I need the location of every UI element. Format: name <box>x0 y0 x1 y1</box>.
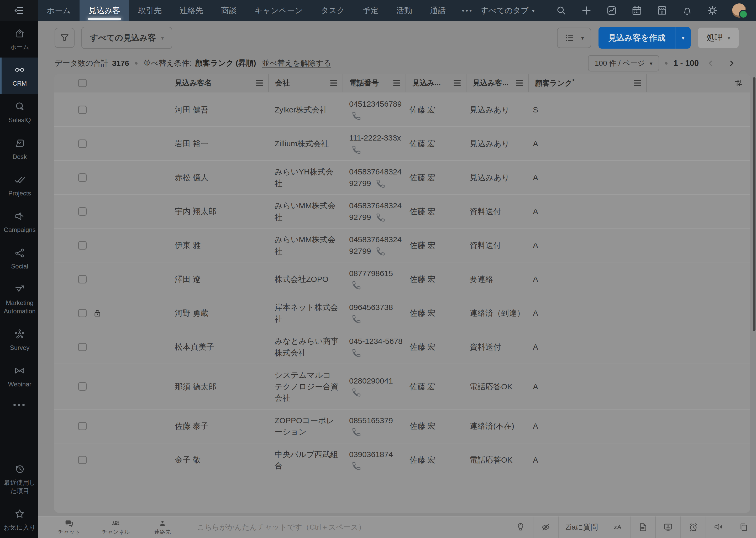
notifications-bell-icon[interactable] <box>682 5 693 16</box>
row-checkbox[interactable] <box>78 309 87 317</box>
create-lead-button[interactable]: 見込み客を作成 <box>598 27 675 49</box>
sidebar-item-projects[interactable]: Projects <box>0 167 38 204</box>
manage-columns-icon[interactable] <box>734 78 743 88</box>
row-checkbox[interactable] <box>78 106 87 114</box>
phone-call-icon[interactable] <box>375 179 385 189</box>
wonder-balloon-button[interactable] <box>508 516 533 538</box>
list-view-style-dropdown[interactable]: ▾ <box>557 27 591 48</box>
table-row[interactable]: 岩田 裕一 Zillium株式会社 111-2222-333x 佐藤 宏 見込み… <box>54 126 750 160</box>
phone-call-icon[interactable] <box>351 314 361 324</box>
zia-button[interactable] <box>605 516 630 538</box>
column-menu-icon[interactable] <box>330 80 337 86</box>
lead-name[interactable]: 河田 健吾 <box>108 104 268 116</box>
table-row[interactable]: 澤田 遼 株式会社ZOPO 0877798615 佐藤 宏 要連絡 A <box>54 262 750 296</box>
row-checkbox[interactable] <box>78 382 87 391</box>
marketplace-icon[interactable] <box>656 5 668 16</box>
column-menu-icon[interactable] <box>516 80 523 86</box>
lead-name[interactable]: 岩田 裕一 <box>108 138 268 149</box>
lead-name[interactable]: 赤松 億人 <box>108 172 268 183</box>
column-header-lead-owner[interactable]: 見込み... <box>405 74 466 92</box>
table-row[interactable]: 那須 德太郎 システムマルコテクノロジー合資会社 0280290041 佐藤 宏… <box>54 363 750 409</box>
row-checkbox[interactable] <box>78 275 87 284</box>
settings-gear-icon[interactable] <box>707 5 718 16</box>
lead-name[interactable]: 金子 敬 <box>108 454 268 466</box>
phone-call-icon[interactable] <box>375 247 385 257</box>
create-lead-dropdown-caret[interactable]: ▾ <box>675 27 691 49</box>
prev-page-button[interactable] <box>703 56 718 71</box>
nav-tab[interactable]: キャンペーン <box>246 0 312 21</box>
phone-call-icon[interactable] <box>375 213 385 223</box>
nav-tab[interactable]: 連絡先 <box>170 0 212 21</box>
row-checkbox[interactable] <box>78 139 87 148</box>
copy-sheets-button[interactable] <box>731 516 756 538</box>
sidebar-item-survey[interactable]: Survey <box>0 322 38 358</box>
search-icon[interactable] <box>556 5 567 16</box>
analytics-icon[interactable] <box>606 5 617 16</box>
phone-call-icon[interactable] <box>351 145 361 155</box>
phone-call-icon[interactable] <box>351 388 361 398</box>
column-header-customer-rank[interactable]: 顧客ランク* <box>528 74 646 92</box>
table-row[interactable]: 金子 敬 中央バルブ西武組合 0390361874 佐藤 宏 電話応答OK A <box>54 443 750 477</box>
collapse-sidebar-button[interactable] <box>0 0 38 21</box>
nav-tab[interactable]: 通話 <box>421 0 455 21</box>
contacts-tab[interactable]: 連絡先 <box>139 516 186 538</box>
nav-tab[interactable]: 取引先 <box>129 0 170 21</box>
sidebar-item-favorites[interactable]: お気に入り <box>0 502 38 538</box>
more-tabs-button[interactable]: ••• <box>455 0 480 21</box>
row-checkbox[interactable] <box>78 173 87 182</box>
filter-button[interactable] <box>55 28 74 48</box>
nav-tab[interactable]: タスク <box>312 0 354 21</box>
phone-call-icon[interactable] <box>351 461 361 471</box>
sidebar-item-social[interactable]: Social <box>0 241 38 277</box>
ask-zia-button[interactable]: Ziaに質問 <box>558 516 605 538</box>
lead-name[interactable]: 那須 德太郎 <box>108 381 268 393</box>
sidebar-item-desk[interactable]: Desk <box>0 131 38 167</box>
notes-button[interactable] <box>630 516 655 538</box>
process-actions-dropdown[interactable]: 処理▾ <box>698 27 739 48</box>
announcements-button[interactable] <box>706 516 731 538</box>
hide-preview-button[interactable] <box>533 516 558 538</box>
sidebar-item-marketing-automation[interactable]: Marketing Automation <box>0 277 38 322</box>
sort-condition-value[interactable]: 顧客ランク (昇順) <box>195 58 256 69</box>
sidebar-item-recent[interactable]: 最近使用した項目 <box>0 457 38 501</box>
lead-name[interactable]: 澤田 遼 <box>108 273 268 285</box>
nav-tab[interactable]: 予定 <box>354 0 388 21</box>
table-row[interactable]: 佐藤 泰子 ZOPPOコーポレーション 0855165379 佐藤 宏 連絡済(… <box>54 409 750 443</box>
row-checkbox[interactable] <box>78 241 87 249</box>
column-menu-icon[interactable] <box>393 80 400 86</box>
table-row[interactable]: 河田 健吾 Zylker株式会社 045123456789 佐藤 宏 見込みあり… <box>54 92 750 126</box>
lead-name[interactable]: 河野 勇蔵 <box>108 307 268 319</box>
lead-name[interactable]: 佐藤 泰子 <box>108 420 268 432</box>
sidebar-item-home[interactable]: ホーム <box>0 21 38 58</box>
clear-sort-link[interactable]: 並べ替えを解除する <box>262 58 331 69</box>
column-header-company[interactable]: 会社 <box>268 74 343 92</box>
all-tabs-dropdown[interactable]: すべてのタブ▾ <box>480 5 535 16</box>
sidebar-item-campaigns[interactable]: Campaigns <box>0 204 38 241</box>
nav-tab[interactable]: 商談 <box>212 0 246 21</box>
nav-tab[interactable]: ホーム <box>38 0 79 21</box>
lead-name[interactable]: 伊東 雅 <box>108 240 268 251</box>
scrollbar-thumb[interactable] <box>753 77 755 331</box>
sidebar-more-button[interactable] <box>0 395 38 415</box>
column-menu-icon[interactable] <box>256 80 263 86</box>
phone-call-icon[interactable] <box>351 348 361 358</box>
select-all-checkbox[interactable] <box>78 79 87 87</box>
row-checkbox[interactable] <box>78 422 87 430</box>
table-row[interactable]: 伊東 雅 みらいMM株式会社 04583764832492799 佐藤 宏 資料… <box>54 228 750 262</box>
per-page-dropdown[interactable]: 100 件 / ページ▾ <box>588 55 659 72</box>
table-row[interactable]: 河野 勇蔵 岸本ネット株式会社 0964563738 佐藤 宏 連絡済（到達） … <box>54 296 750 330</box>
column-header-lead-name[interactable]: 見込み客名 <box>108 74 268 92</box>
channels-tab[interactable]: チャンネル <box>92 516 139 538</box>
lead-name[interactable]: 宇内 翔太郎 <box>108 206 268 217</box>
row-checkbox[interactable] <box>78 343 87 351</box>
row-checkbox[interactable] <box>78 207 87 216</box>
view-selector-dropdown[interactable]: すべての見込み客▾ <box>81 27 172 49</box>
column-menu-icon[interactable] <box>453 80 461 86</box>
column-menu-icon[interactable] <box>634 80 641 86</box>
column-header-phone[interactable]: 電話番号 <box>343 74 405 92</box>
presentation-button[interactable] <box>655 516 681 538</box>
row-checkbox[interactable] <box>78 456 87 464</box>
phone-call-icon[interactable] <box>351 427 361 437</box>
phone-call-icon[interactable] <box>351 111 361 121</box>
sidebar-item-webinar[interactable]: Webinar <box>0 358 38 395</box>
